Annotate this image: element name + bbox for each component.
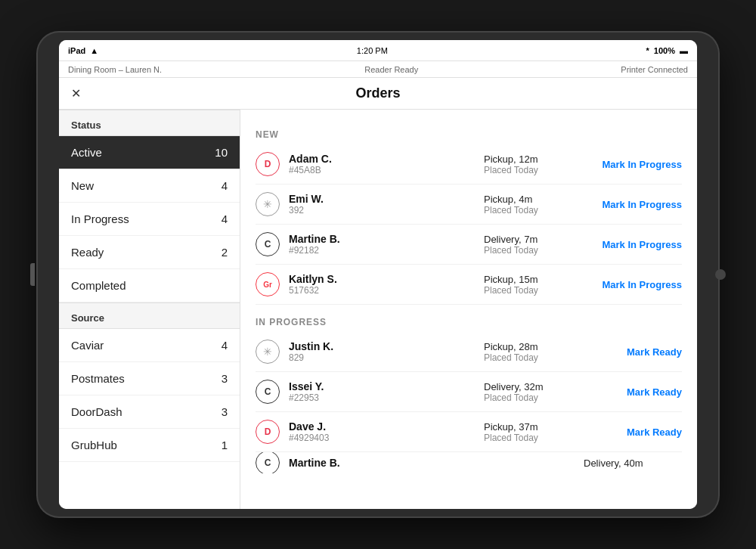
mark-in-progress-button-1[interactable]: Mark In Progress bbox=[591, 199, 682, 210]
mark-in-progress-button-3[interactable]: Mark In Progress bbox=[591, 279, 682, 290]
bluetooth-icon: * bbox=[646, 46, 649, 55]
sidebar-item-active[interactable]: Active 10 bbox=[59, 136, 240, 169]
order-type: Delivery, 7m bbox=[484, 234, 582, 245]
order-id: #45A8B bbox=[289, 165, 475, 175]
doordash-badge: 3 bbox=[222, 405, 228, 418]
order-details: Pickup, 28m Placed Today bbox=[484, 341, 582, 363]
order-type: Delivery, 32m bbox=[484, 381, 582, 392]
sidebar-item-inprogress-label: In Progress bbox=[71, 212, 129, 225]
sidebar-item-active-label: Active bbox=[71, 146, 102, 159]
order-info: Dave J. #4929403 bbox=[289, 420, 475, 443]
order-icon-doordash: D bbox=[256, 152, 280, 176]
sidebar: Status Active 10 New 4 In Progress 4 bbox=[59, 110, 240, 509]
status-bar-right: * 100% ▬ bbox=[646, 46, 688, 55]
order-time-label: Placed Today bbox=[484, 245, 582, 256]
order-info: Emi W. 392 bbox=[289, 193, 475, 216]
order-type: Pickup, 4m bbox=[484, 194, 582, 205]
mark-ready-button-1[interactable]: Mark Ready bbox=[591, 386, 682, 398]
sidebar-item-ready[interactable]: Ready 2 bbox=[59, 236, 240, 269]
order-row: C Martine B. Delivery, 40m bbox=[256, 452, 682, 473]
order-info: Issei Y. #22953 bbox=[289, 380, 475, 403]
sidebar-item-postmates[interactable]: Postmates 3 bbox=[59, 362, 240, 395]
order-icon-caviar2: C bbox=[256, 380, 280, 404]
order-type: Pickup, 37m bbox=[484, 421, 582, 433]
mark-in-progress-button-2[interactable]: Mark In Progress bbox=[591, 239, 682, 250]
order-time-label: Placed Today bbox=[484, 205, 582, 216]
sidebar-item-new[interactable]: New 4 bbox=[59, 169, 240, 203]
reader-status: Reader Ready bbox=[364, 65, 418, 74]
order-name: Emi W. bbox=[289, 193, 475, 205]
order-time-label: Placed Today bbox=[484, 352, 582, 363]
mark-in-progress-button-0[interactable]: Mark In Progress bbox=[591, 159, 682, 170]
order-details: Pickup, 12m Placed Today bbox=[484, 154, 582, 175]
inprogress-section-header: IN PROGRESS bbox=[256, 317, 682, 327]
order-time-label: Placed Today bbox=[484, 285, 582, 296]
sub-status-bar: Dining Room – Lauren N. Reader Ready Pri… bbox=[59, 61, 697, 78]
order-icon-doordash2: D bbox=[256, 420, 280, 444]
main-content: NEW D Adam C. #45A8B Pickup, 12m Placed … bbox=[240, 110, 697, 509]
order-row: D Dave J. #4929403 Pickup, 37m Placed To… bbox=[256, 412, 682, 452]
wifi-signal: ▲ bbox=[90, 46, 98, 55]
caviar-label: Caviar bbox=[71, 339, 104, 352]
order-name: Issei Y. bbox=[289, 380, 475, 392]
screen: iPad ▲ 1:20 PM * 100% ▬ Dining Room – La… bbox=[59, 40, 697, 509]
battery-level: 100% bbox=[654, 46, 675, 55]
order-id: 829 bbox=[289, 352, 475, 363]
order-type: Delivery, 40m bbox=[584, 458, 682, 469]
order-info: Martine B. bbox=[289, 457, 575, 469]
order-icon-caviar3: C bbox=[256, 452, 280, 473]
device-label: iPad bbox=[68, 46, 85, 55]
sidebar-item-ready-badge: 2 bbox=[222, 246, 228, 259]
mark-ready-button-2[interactable]: Mark Ready bbox=[591, 426, 682, 438]
source-section-header: Source bbox=[59, 302, 240, 329]
order-name: Justin K. bbox=[289, 340, 475, 352]
order-info: Justin K. 829 bbox=[289, 340, 475, 363]
battery-icon: ▬ bbox=[680, 46, 688, 55]
status-bar: iPad ▲ 1:20 PM * 100% ▬ bbox=[59, 40, 697, 61]
order-time-label: Placed Today bbox=[484, 165, 582, 175]
new-section-header: NEW bbox=[256, 129, 682, 140]
order-name: Martine B. bbox=[289, 457, 575, 469]
order-row: D Adam C. #45A8B Pickup, 12m Placed Toda… bbox=[256, 144, 682, 185]
doordash-label: DoorDash bbox=[71, 405, 122, 418]
status-bar-left: iPad ▲ bbox=[68, 46, 98, 55]
order-id: #22953 bbox=[289, 392, 475, 403]
sidebar-item-active-badge: 10 bbox=[215, 146, 228, 159]
title-bar: ✕ Orders bbox=[59, 78, 697, 110]
device-frame: iPad ▲ 1:20 PM * 100% ▬ Dining Room – La… bbox=[38, 33, 718, 516]
order-icon-caviar: C bbox=[256, 232, 280, 256]
order-type: Pickup, 15m bbox=[484, 274, 582, 285]
printer-status: Printer Connected bbox=[621, 65, 688, 74]
order-name: Adam C. bbox=[289, 153, 475, 165]
order-time-label: Placed Today bbox=[484, 433, 582, 443]
order-id: 392 bbox=[289, 205, 475, 216]
order-row: Gr Kaitlyn S. 517632 Pickup, 15m Placed … bbox=[256, 265, 682, 305]
order-details: Pickup, 15m Placed Today bbox=[484, 274, 582, 296]
order-type: Pickup, 28m bbox=[484, 341, 582, 352]
order-row: C Issei Y. #22953 Delivery, 32m Placed T… bbox=[256, 372, 682, 412]
sidebar-item-caviar[interactable]: Caviar 4 bbox=[59, 329, 240, 362]
order-row: C Martine B. #92182 Delivery, 7m Placed … bbox=[256, 225, 682, 265]
sidebar-item-completed-label: Completed bbox=[71, 279, 126, 292]
sidebar-item-grubhub[interactable]: GrubHub 1 bbox=[59, 429, 240, 462]
status-section-header: Status bbox=[59, 110, 240, 136]
order-name: Martine B. bbox=[289, 233, 475, 245]
order-details: Pickup, 37m Placed Today bbox=[484, 421, 582, 443]
sidebar-item-completed[interactable]: Completed bbox=[59, 269, 240, 302]
sidebar-item-ready-label: Ready bbox=[71, 246, 104, 259]
sidebar-item-inprogress-badge: 4 bbox=[222, 212, 228, 225]
order-details: Pickup, 4m Placed Today bbox=[484, 194, 582, 216]
order-id: 517632 bbox=[289, 285, 475, 296]
close-button[interactable]: ✕ bbox=[71, 86, 81, 101]
postmates-badge: 3 bbox=[222, 372, 228, 385]
sidebar-item-inprogress[interactable]: In Progress 4 bbox=[59, 203, 240, 236]
order-info: Kaitlyn S. 517632 bbox=[289, 273, 475, 296]
order-info: Adam C. #45A8B bbox=[289, 153, 475, 175]
order-row: ✳ Emi W. 392 Pickup, 4m Placed Today Mar… bbox=[256, 185, 682, 225]
order-icon-star2: ✳ bbox=[256, 340, 280, 364]
caviar-badge: 4 bbox=[222, 339, 228, 352]
mark-ready-button-0[interactable]: Mark Ready bbox=[591, 346, 682, 358]
sidebar-item-doordash[interactable]: DoorDash 3 bbox=[59, 395, 240, 429]
postmates-label: Postmates bbox=[71, 372, 125, 385]
order-details: Delivery, 40m bbox=[584, 458, 682, 469]
